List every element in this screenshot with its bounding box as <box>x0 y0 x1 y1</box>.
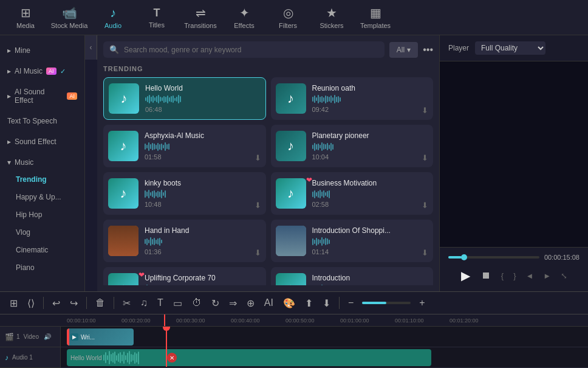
speed-button[interactable]: ⏱ <box>188 295 205 311</box>
music-wave-5 <box>145 189 261 199</box>
sidebar-item-ai-music[interactable]: ▸ AI Music AI ✓ <box>0 63 84 79</box>
player-label: Player <box>448 44 469 52</box>
play-button[interactable]: ▶ <box>459 266 473 285</box>
music-thumb-1: ♪ <box>109 83 139 114</box>
sidebar-item-ai-sound[interactable]: ▸ AI Sound Effect AI <box>0 84 84 108</box>
search-input-wrapper: 🔍 <box>103 41 385 58</box>
zoom-in-button[interactable]: + <box>415 295 428 311</box>
export-btn[interactable]: ⬇ <box>319 295 334 311</box>
bracket-right-button[interactable]: } <box>511 269 518 282</box>
delete-button[interactable]: 🗑 <box>92 295 109 311</box>
fullscreen-button[interactable]: ⤡ <box>559 269 569 282</box>
audio-button[interactable]: ♫ <box>137 295 151 311</box>
stop-button[interactable]: ⏹ <box>479 268 493 283</box>
animate-button[interactable]: ⇒ <box>225 295 241 311</box>
toolbar-media[interactable]: ⊞ Media <box>5 2 46 33</box>
music-card-2[interactable]: ♪ Reunion oath 09:42 <box>271 77 434 120</box>
prev-frame-button[interactable]: ◄ <box>524 269 535 282</box>
sidebar-item-tts[interactable]: Text To Speech <box>0 113 84 129</box>
toolbar-separator-4 <box>339 297 340 309</box>
video-clip[interactable]: ▶ Wri... <box>67 328 134 345</box>
music-wave-10 <box>312 284 429 285</box>
sidebar-item-sound-effect[interactable]: ▸ Sound Effect <box>0 134 84 150</box>
toolbar-filters[interactable]: ◎ Filters <box>267 2 309 33</box>
crop-button[interactable]: ▭ <box>169 295 186 311</box>
sidebar-section-ai-music: ▸ AI Music AI ✓ <box>0 61 84 82</box>
music-title-9: Uplifting Corporate 70 <box>145 274 261 282</box>
right-panel: Player Full Quality High Quality Medium … <box>439 35 588 291</box>
music-title-2: Reunion oath <box>312 84 429 92</box>
toolbar-audio[interactable]: ♪ Audio <box>92 2 134 33</box>
sidebar-subitem-cinematic[interactable]: Cinematic <box>4 241 81 259</box>
collapse-icon: ‹ <box>90 43 92 52</box>
toolbar-transitions[interactable]: ⇌ Transitions <box>180 2 221 33</box>
music-thumb-8 <box>276 226 306 256</box>
sidebar-subitem-happy[interactable]: Happy & Up... <box>4 189 81 206</box>
music-duration-8: 01:14 <box>312 248 429 255</box>
music-card-7[interactable]: Hand in Hand 01:36 ⬇ <box>103 220 266 262</box>
toolbar-titles[interactable]: T Titles <box>136 2 177 33</box>
toolbar-stock[interactable]: 📹 Stock Media <box>49 2 90 33</box>
track-label-audio: ♪ Audio 1 <box>0 347 60 368</box>
zoom-out-button[interactable]: − <box>344 295 357 311</box>
text-button[interactable]: T <box>154 295 167 311</box>
bottom-toolbar: ⊞ ⟨⟩ ↩ ↪ 🗑 ✂ ♫ T ▭ ⏱ ↻ ⇒ ⊕ AI 🎨 ⬆ ⬇ − + <box>0 291 588 314</box>
search-input[interactable] <box>124 46 378 54</box>
music-card-10[interactable]: ♪ Introduction 01:40 ⬇ <box>271 267 434 285</box>
ai-btn[interactable]: AI <box>261 295 277 311</box>
music-info-3: Asphyxia-Al Music 01:58 <box>145 131 261 161</box>
music-wave-2 <box>312 94 429 104</box>
sidebar-subitem-piano[interactable]: Piano <box>4 259 81 276</box>
sidebar-mine-label: Mine <box>15 46 30 55</box>
video-clip-icon: ▶ <box>70 333 78 341</box>
undo-button[interactable]: ↩ <box>49 295 64 311</box>
music-info-8: Introduction Of Shoppi... 01:14 <box>312 226 429 255</box>
music-card-6[interactable]: ❤ ♪ Business Motivation 02:58 ⬇ <box>271 172 434 215</box>
more-options-button[interactable]: ••• <box>423 44 433 55</box>
music-card-1[interactable]: ♪ Hello World <box>103 77 266 120</box>
sidebar-item-music[interactable]: ▾ Music <box>0 154 84 170</box>
rotate-button[interactable]: ↻ <box>208 295 223 311</box>
import-btn[interactable]: ⬆ <box>301 295 316 311</box>
music-card-8[interactable]: Introduction Of Shoppi... 01:14 ⬇ <box>271 220 434 262</box>
music-card-4[interactable]: ♪ Planetary pioneer 10:04 ⬇ <box>271 125 434 167</box>
playhead-handle[interactable] <box>163 327 170 331</box>
track-number-audio: Audio 1 <box>12 354 33 361</box>
next-frame-button[interactable]: ► <box>541 269 553 282</box>
music-info-5: kinky boots 10:48 <box>145 179 261 208</box>
toolbar-effects[interactable]: ✦ Effects <box>224 2 265 33</box>
video-track-row: ▶ Wri... <box>61 327 588 347</box>
sidebar-subitem-vlog[interactable]: Vlog <box>4 224 81 241</box>
toolbar-templates[interactable]: ▦ Templates <box>355 2 396 33</box>
sidebar-item-mine[interactable]: ▸ Mine <box>0 43 84 58</box>
ripple-button[interactable]: ⟨⟩ <box>24 295 38 311</box>
audio-clip[interactable]: Hello World <box>67 349 431 366</box>
search-bar: 🔍 All ▾ ••• <box>103 41 433 58</box>
toolbar-separator-1 <box>43 297 44 309</box>
music-card-5[interactable]: ♪ kinky boots 10:48 ⬇ <box>103 172 266 215</box>
music-card-3[interactable]: ♪ Asphyxia-Al Music 01:58 ⬇ <box>103 125 266 167</box>
sidebar-subitem-trending[interactable]: Trending <box>4 171 81 188</box>
sidebar-collapse-button[interactable]: ‹ <box>85 35 97 60</box>
quality-select[interactable]: Full Quality High Quality Medium Quality <box>475 41 545 55</box>
toolbar-stickers[interactable]: ★ Stickers <box>311 2 352 33</box>
sidebar-section-music: ▾ Music Trending Happy & Up... Hip Hop V… <box>0 152 84 279</box>
zoom-slider[interactable] <box>362 302 411 304</box>
chevron-down-icon-music: ▾ <box>7 158 11 167</box>
sidebar-subitem-hiphop[interactable]: Hip Hop <box>4 206 81 223</box>
ruler-mark-2: 00:00:30:00 <box>176 318 205 324</box>
snap-button[interactable]: ⊞ <box>6 295 21 311</box>
redo-button[interactable]: ↪ <box>66 295 81 311</box>
music-duration-1: 06:48 <box>145 106 261 113</box>
video-clip-label: Wri... <box>81 334 95 341</box>
bracket-left-button[interactable]: { <box>499 269 505 282</box>
color-btn[interactable]: 🎨 <box>279 295 299 311</box>
timeline-area: 00:00:10:00 00:00:20:00 00:00:30:00 00:0… <box>0 314 588 368</box>
music-card-9[interactable]: ❤ ♪ Uplifting Corporate 70 02:50 ⬇ <box>103 267 266 285</box>
stabilize-button[interactable]: ⊕ <box>243 295 258 311</box>
music-wave-8 <box>312 237 429 246</box>
cut-button[interactable]: ✂ <box>119 295 134 311</box>
toolbar-audio-label: Audio <box>104 22 121 29</box>
filter-button[interactable]: All ▾ <box>389 42 418 58</box>
progress-track[interactable] <box>448 256 539 259</box>
